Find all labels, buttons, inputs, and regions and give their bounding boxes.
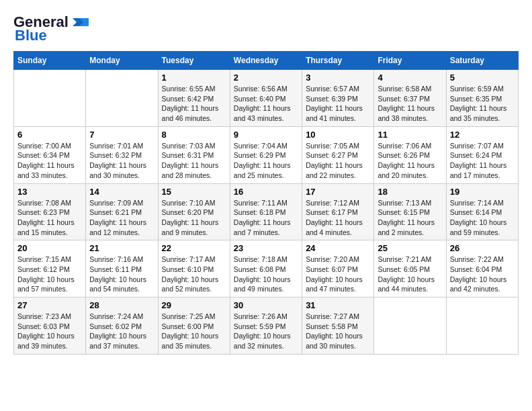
calendar-cell: 1Sunrise: 6:55 AM Sunset: 6:42 PM Daylig… xyxy=(158,70,230,127)
calendar-cell xyxy=(86,70,158,127)
logo-arrow-icon xyxy=(70,15,90,29)
day-info: Sunrise: 7:00 AM Sunset: 6:34 PM Dayligh… xyxy=(17,141,82,181)
calendar-cell xyxy=(446,298,518,355)
day-info: Sunrise: 6:57 AM Sunset: 6:39 PM Dayligh… xyxy=(306,84,370,124)
calendar-cell: 15Sunrise: 7:10 AM Sunset: 6:20 PM Dayli… xyxy=(158,183,230,240)
calendar-cell: 17Sunrise: 7:12 AM Sunset: 6:17 PM Dayli… xyxy=(302,183,374,240)
weekday-header-row: SundayMondayTuesdayWednesdayThursdayFrid… xyxy=(14,52,519,70)
calendar-cell: 5Sunrise: 6:59 AM Sunset: 6:35 PM Daylig… xyxy=(446,70,518,127)
day-info: Sunrise: 7:25 AM Sunset: 6:00 PM Dayligh… xyxy=(162,312,226,351)
day-info: Sunrise: 7:10 AM Sunset: 6:20 PM Dayligh… xyxy=(162,198,226,238)
day-number: 12 xyxy=(450,130,515,140)
calendar-week-4: 20Sunrise: 7:15 AM Sunset: 6:12 PM Dayli… xyxy=(14,240,519,298)
calendar-cell: 22Sunrise: 7:17 AM Sunset: 6:10 PM Dayli… xyxy=(158,240,230,298)
day-number: 11 xyxy=(378,130,442,140)
calendar-week-1: 1Sunrise: 6:55 AM Sunset: 6:42 PM Daylig… xyxy=(14,70,519,127)
page-header: General Blue xyxy=(13,13,519,44)
calendar-table: SundayMondayTuesdayWednesdayThursdayFrid… xyxy=(13,51,519,355)
calendar-cell: 16Sunrise: 7:11 AM Sunset: 6:18 PM Dayli… xyxy=(230,183,302,240)
day-number: 25 xyxy=(378,243,442,253)
logo-blue: Blue xyxy=(15,27,47,44)
day-number: 13 xyxy=(17,187,82,197)
calendar-cell: 19Sunrise: 7:14 AM Sunset: 6:14 PM Dayli… xyxy=(446,183,518,240)
calendar-cell: 31Sunrise: 7:27 AM Sunset: 5:58 PM Dayli… xyxy=(302,298,374,355)
weekday-header-monday: Monday xyxy=(86,52,158,70)
day-info: Sunrise: 7:20 AM Sunset: 6:07 PM Dayligh… xyxy=(306,255,370,294)
day-info: Sunrise: 7:05 AM Sunset: 6:27 PM Dayligh… xyxy=(306,141,370,181)
day-number: 26 xyxy=(450,243,515,253)
calendar-cell: 6Sunrise: 7:00 AM Sunset: 6:34 PM Daylig… xyxy=(14,126,86,183)
calendar-cell: 21Sunrise: 7:16 AM Sunset: 6:11 PM Dayli… xyxy=(86,240,158,298)
day-number: 24 xyxy=(306,243,370,253)
day-info: Sunrise: 7:06 AM Sunset: 6:26 PM Dayligh… xyxy=(378,141,442,181)
day-info: Sunrise: 7:23 AM Sunset: 6:03 PM Dayligh… xyxy=(17,312,82,351)
day-number: 28 xyxy=(89,300,154,310)
day-info: Sunrise: 7:27 AM Sunset: 5:58 PM Dayligh… xyxy=(306,312,370,351)
calendar-cell: 27Sunrise: 7:23 AM Sunset: 6:03 PM Dayli… xyxy=(14,298,86,355)
day-number: 21 xyxy=(89,243,154,253)
day-info: Sunrise: 7:07 AM Sunset: 6:24 PM Dayligh… xyxy=(450,141,515,181)
day-number: 3 xyxy=(306,73,370,83)
day-number: 27 xyxy=(17,300,82,310)
calendar-week-2: 6Sunrise: 7:00 AM Sunset: 6:34 PM Daylig… xyxy=(14,126,519,183)
calendar-cell: 12Sunrise: 7:07 AM Sunset: 6:24 PM Dayli… xyxy=(446,126,518,183)
day-info: Sunrise: 7:03 AM Sunset: 6:31 PM Dayligh… xyxy=(162,141,226,181)
day-number: 31 xyxy=(306,300,370,310)
weekday-header-thursday: Thursday xyxy=(302,52,374,70)
calendar-cell: 4Sunrise: 6:58 AM Sunset: 6:37 PM Daylig… xyxy=(374,70,446,127)
weekday-header-wednesday: Wednesday xyxy=(230,52,302,70)
day-info: Sunrise: 7:12 AM Sunset: 6:17 PM Dayligh… xyxy=(306,198,370,238)
calendar-cell: 9Sunrise: 7:04 AM Sunset: 6:29 PM Daylig… xyxy=(230,126,302,183)
day-number: 5 xyxy=(450,73,515,83)
day-number: 20 xyxy=(17,243,82,253)
day-info: Sunrise: 6:59 AM Sunset: 6:35 PM Dayligh… xyxy=(450,84,515,124)
calendar-cell: 29Sunrise: 7:25 AM Sunset: 6:00 PM Dayli… xyxy=(158,298,230,355)
day-info: Sunrise: 7:11 AM Sunset: 6:18 PM Dayligh… xyxy=(234,198,298,238)
day-info: Sunrise: 6:55 AM Sunset: 6:42 PM Dayligh… xyxy=(162,84,226,124)
day-number: 29 xyxy=(162,300,226,310)
day-number: 18 xyxy=(378,187,442,197)
weekday-header-friday: Friday xyxy=(374,52,446,70)
calendar-cell: 25Sunrise: 7:21 AM Sunset: 6:05 PM Dayli… xyxy=(374,240,446,298)
day-number: 30 xyxy=(234,300,298,310)
day-number: 1 xyxy=(162,73,226,83)
day-number: 10 xyxy=(306,130,370,140)
calendar-week-3: 13Sunrise: 7:08 AM Sunset: 6:23 PM Dayli… xyxy=(14,183,519,240)
day-number: 15 xyxy=(162,187,226,197)
day-number: 2 xyxy=(234,73,298,83)
calendar-cell: 18Sunrise: 7:13 AM Sunset: 6:15 PM Dayli… xyxy=(374,183,446,240)
day-number: 16 xyxy=(234,187,298,197)
day-number: 19 xyxy=(450,187,515,197)
day-number: 9 xyxy=(234,130,298,140)
day-info: Sunrise: 7:21 AM Sunset: 6:05 PM Dayligh… xyxy=(378,255,442,294)
calendar-cell: 7Sunrise: 7:01 AM Sunset: 6:32 PM Daylig… xyxy=(86,126,158,183)
day-info: Sunrise: 7:04 AM Sunset: 6:29 PM Dayligh… xyxy=(234,141,298,181)
day-info: Sunrise: 7:16 AM Sunset: 6:11 PM Dayligh… xyxy=(89,255,154,294)
day-number: 4 xyxy=(378,73,442,83)
weekday-header-sunday: Sunday xyxy=(14,52,86,70)
day-number: 14 xyxy=(89,187,154,197)
day-number: 23 xyxy=(234,243,298,253)
day-number: 17 xyxy=(306,187,370,197)
logo: General Blue xyxy=(13,13,90,44)
calendar-cell: 13Sunrise: 7:08 AM Sunset: 6:23 PM Dayli… xyxy=(14,183,86,240)
calendar-cell: 26Sunrise: 7:22 AM Sunset: 6:04 PM Dayli… xyxy=(446,240,518,298)
calendar-cell xyxy=(374,298,446,355)
day-info: Sunrise: 7:18 AM Sunset: 6:08 PM Dayligh… xyxy=(234,255,298,294)
calendar-cell: 24Sunrise: 7:20 AM Sunset: 6:07 PM Dayli… xyxy=(302,240,374,298)
day-info: Sunrise: 6:58 AM Sunset: 6:37 PM Dayligh… xyxy=(378,84,442,124)
calendar-cell: 3Sunrise: 6:57 AM Sunset: 6:39 PM Daylig… xyxy=(302,70,374,127)
day-number: 8 xyxy=(162,130,226,140)
calendar-cell: 10Sunrise: 7:05 AM Sunset: 6:27 PM Dayli… xyxy=(302,126,374,183)
calendar-week-5: 27Sunrise: 7:23 AM Sunset: 6:03 PM Dayli… xyxy=(14,298,519,355)
calendar-cell: 23Sunrise: 7:18 AM Sunset: 6:08 PM Dayli… xyxy=(230,240,302,298)
day-info: Sunrise: 7:22 AM Sunset: 6:04 PM Dayligh… xyxy=(450,255,515,294)
weekday-header-tuesday: Tuesday xyxy=(158,52,230,70)
day-info: Sunrise: 7:09 AM Sunset: 6:21 PM Dayligh… xyxy=(89,198,154,238)
calendar-cell: 2Sunrise: 6:56 AM Sunset: 6:40 PM Daylig… xyxy=(230,70,302,127)
day-info: Sunrise: 7:01 AM Sunset: 6:32 PM Dayligh… xyxy=(89,141,154,181)
day-info: Sunrise: 6:56 AM Sunset: 6:40 PM Dayligh… xyxy=(234,84,298,124)
day-info: Sunrise: 7:08 AM Sunset: 6:23 PM Dayligh… xyxy=(17,198,82,238)
calendar-body: 1Sunrise: 6:55 AM Sunset: 6:42 PM Daylig… xyxy=(14,70,519,355)
day-number: 22 xyxy=(162,243,226,253)
